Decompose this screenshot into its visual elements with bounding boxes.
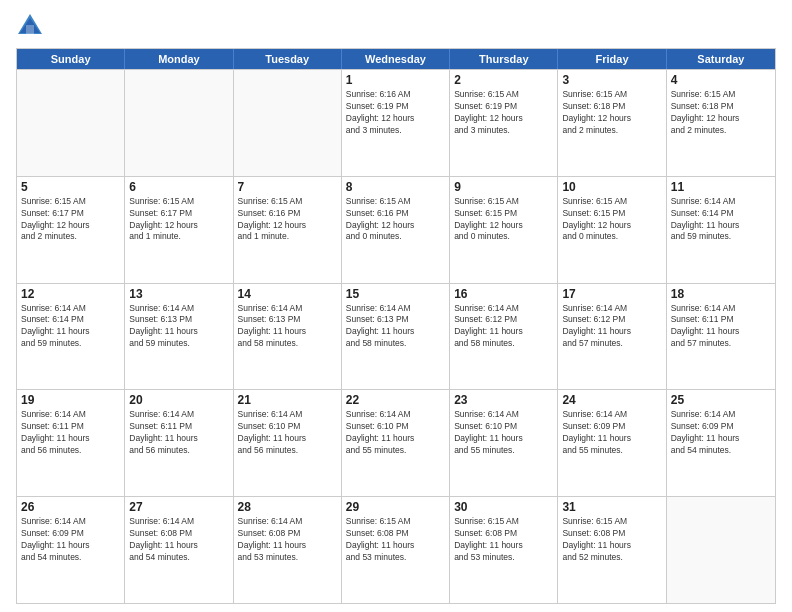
svg-rect-2 [26, 25, 34, 34]
day-info: Sunrise: 6:14 AM Sunset: 6:10 PM Dayligh… [346, 409, 445, 457]
day-number: 18 [671, 287, 771, 301]
day-info: Sunrise: 6:15 AM Sunset: 6:19 PM Dayligh… [454, 89, 553, 137]
day-info: Sunrise: 6:15 AM Sunset: 6:08 PM Dayligh… [346, 516, 445, 564]
day-info: Sunrise: 6:15 AM Sunset: 6:16 PM Dayligh… [346, 196, 445, 244]
calendar-cell: 24Sunrise: 6:14 AM Sunset: 6:09 PM Dayli… [558, 390, 666, 496]
calendar-header: SundayMondayTuesdayWednesdayThursdayFrid… [17, 49, 775, 69]
day-info: Sunrise: 6:14 AM Sunset: 6:08 PM Dayligh… [238, 516, 337, 564]
day-number: 9 [454, 180, 553, 194]
calendar-cell: 25Sunrise: 6:14 AM Sunset: 6:09 PM Dayli… [667, 390, 775, 496]
day-info: Sunrise: 6:15 AM Sunset: 6:15 PM Dayligh… [454, 196, 553, 244]
day-number: 24 [562, 393, 661, 407]
header-day-friday: Friday [558, 49, 666, 69]
day-info: Sunrise: 6:14 AM Sunset: 6:09 PM Dayligh… [671, 409, 771, 457]
day-number: 26 [21, 500, 120, 514]
calendar-cell: 13Sunrise: 6:14 AM Sunset: 6:13 PM Dayli… [125, 284, 233, 390]
header-day-sunday: Sunday [17, 49, 125, 69]
calendar-cell: 2Sunrise: 6:15 AM Sunset: 6:19 PM Daylig… [450, 70, 558, 176]
day-number: 3 [562, 73, 661, 87]
calendar-cell: 14Sunrise: 6:14 AM Sunset: 6:13 PM Dayli… [234, 284, 342, 390]
logo-icon [16, 12, 44, 40]
day-info: Sunrise: 6:15 AM Sunset: 6:17 PM Dayligh… [21, 196, 120, 244]
day-number: 25 [671, 393, 771, 407]
calendar-row-0: 1Sunrise: 6:16 AM Sunset: 6:19 PM Daylig… [17, 69, 775, 176]
header-day-saturday: Saturday [667, 49, 775, 69]
day-info: Sunrise: 6:14 AM Sunset: 6:10 PM Dayligh… [454, 409, 553, 457]
day-number: 30 [454, 500, 553, 514]
calendar-row-2: 12Sunrise: 6:14 AM Sunset: 6:14 PM Dayli… [17, 283, 775, 390]
calendar-cell: 18Sunrise: 6:14 AM Sunset: 6:11 PM Dayli… [667, 284, 775, 390]
day-info: Sunrise: 6:15 AM Sunset: 6:08 PM Dayligh… [454, 516, 553, 564]
day-number: 15 [346, 287, 445, 301]
calendar-cell: 16Sunrise: 6:14 AM Sunset: 6:12 PM Dayli… [450, 284, 558, 390]
calendar-row-1: 5Sunrise: 6:15 AM Sunset: 6:17 PM Daylig… [17, 176, 775, 283]
header-day-tuesday: Tuesday [234, 49, 342, 69]
day-number: 7 [238, 180, 337, 194]
calendar-cell: 22Sunrise: 6:14 AM Sunset: 6:10 PM Dayli… [342, 390, 450, 496]
day-number: 10 [562, 180, 661, 194]
day-number: 17 [562, 287, 661, 301]
calendar-cell: 1Sunrise: 6:16 AM Sunset: 6:19 PM Daylig… [342, 70, 450, 176]
day-info: Sunrise: 6:14 AM Sunset: 6:09 PM Dayligh… [562, 409, 661, 457]
header-day-monday: Monday [125, 49, 233, 69]
calendar-cell: 21Sunrise: 6:14 AM Sunset: 6:10 PM Dayli… [234, 390, 342, 496]
day-info: Sunrise: 6:14 AM Sunset: 6:09 PM Dayligh… [21, 516, 120, 564]
day-number: 20 [129, 393, 228, 407]
day-number: 5 [21, 180, 120, 194]
day-info: Sunrise: 6:14 AM Sunset: 6:13 PM Dayligh… [238, 303, 337, 351]
day-number: 29 [346, 500, 445, 514]
day-number: 12 [21, 287, 120, 301]
calendar-cell [17, 70, 125, 176]
day-info: Sunrise: 6:14 AM Sunset: 6:11 PM Dayligh… [21, 409, 120, 457]
calendar-row-4: 26Sunrise: 6:14 AM Sunset: 6:09 PM Dayli… [17, 496, 775, 603]
day-number: 27 [129, 500, 228, 514]
calendar-cell: 3Sunrise: 6:15 AM Sunset: 6:18 PM Daylig… [558, 70, 666, 176]
day-info: Sunrise: 6:14 AM Sunset: 6:13 PM Dayligh… [129, 303, 228, 351]
calendar-cell: 17Sunrise: 6:14 AM Sunset: 6:12 PM Dayli… [558, 284, 666, 390]
day-number: 23 [454, 393, 553, 407]
day-info: Sunrise: 6:14 AM Sunset: 6:11 PM Dayligh… [129, 409, 228, 457]
calendar-cell: 9Sunrise: 6:15 AM Sunset: 6:15 PM Daylig… [450, 177, 558, 283]
day-number: 19 [21, 393, 120, 407]
calendar-cell: 5Sunrise: 6:15 AM Sunset: 6:17 PM Daylig… [17, 177, 125, 283]
calendar-row-3: 19Sunrise: 6:14 AM Sunset: 6:11 PM Dayli… [17, 389, 775, 496]
calendar-cell: 29Sunrise: 6:15 AM Sunset: 6:08 PM Dayli… [342, 497, 450, 603]
calendar-cell: 28Sunrise: 6:14 AM Sunset: 6:08 PM Dayli… [234, 497, 342, 603]
day-number: 31 [562, 500, 661, 514]
day-number: 22 [346, 393, 445, 407]
day-number: 4 [671, 73, 771, 87]
day-number: 13 [129, 287, 228, 301]
day-info: Sunrise: 6:14 AM Sunset: 6:11 PM Dayligh… [671, 303, 771, 351]
day-number: 8 [346, 180, 445, 194]
day-info: Sunrise: 6:14 AM Sunset: 6:10 PM Dayligh… [238, 409, 337, 457]
day-number: 14 [238, 287, 337, 301]
page: SundayMondayTuesdayWednesdayThursdayFrid… [0, 0, 792, 612]
calendar-cell: 31Sunrise: 6:15 AM Sunset: 6:08 PM Dayli… [558, 497, 666, 603]
day-info: Sunrise: 6:14 AM Sunset: 6:12 PM Dayligh… [562, 303, 661, 351]
calendar: SundayMondayTuesdayWednesdayThursdayFrid… [16, 48, 776, 604]
day-info: Sunrise: 6:14 AM Sunset: 6:14 PM Dayligh… [671, 196, 771, 244]
logo [16, 12, 48, 40]
day-info: Sunrise: 6:14 AM Sunset: 6:08 PM Dayligh… [129, 516, 228, 564]
day-number: 28 [238, 500, 337, 514]
day-info: Sunrise: 6:14 AM Sunset: 6:12 PM Dayligh… [454, 303, 553, 351]
day-number: 16 [454, 287, 553, 301]
day-number: 11 [671, 180, 771, 194]
day-number: 6 [129, 180, 228, 194]
day-info: Sunrise: 6:15 AM Sunset: 6:08 PM Dayligh… [562, 516, 661, 564]
calendar-cell [125, 70, 233, 176]
day-info: Sunrise: 6:15 AM Sunset: 6:16 PM Dayligh… [238, 196, 337, 244]
day-info: Sunrise: 6:15 AM Sunset: 6:18 PM Dayligh… [562, 89, 661, 137]
day-info: Sunrise: 6:16 AM Sunset: 6:19 PM Dayligh… [346, 89, 445, 137]
calendar-cell: 4Sunrise: 6:15 AM Sunset: 6:18 PM Daylig… [667, 70, 775, 176]
day-info: Sunrise: 6:14 AM Sunset: 6:13 PM Dayligh… [346, 303, 445, 351]
calendar-cell: 12Sunrise: 6:14 AM Sunset: 6:14 PM Dayli… [17, 284, 125, 390]
calendar-cell: 15Sunrise: 6:14 AM Sunset: 6:13 PM Dayli… [342, 284, 450, 390]
calendar-cell [667, 497, 775, 603]
day-info: Sunrise: 6:14 AM Sunset: 6:14 PM Dayligh… [21, 303, 120, 351]
calendar-cell: 20Sunrise: 6:14 AM Sunset: 6:11 PM Dayli… [125, 390, 233, 496]
calendar-cell: 8Sunrise: 6:15 AM Sunset: 6:16 PM Daylig… [342, 177, 450, 283]
day-number: 1 [346, 73, 445, 87]
calendar-cell: 19Sunrise: 6:14 AM Sunset: 6:11 PM Dayli… [17, 390, 125, 496]
calendar-cell: 6Sunrise: 6:15 AM Sunset: 6:17 PM Daylig… [125, 177, 233, 283]
